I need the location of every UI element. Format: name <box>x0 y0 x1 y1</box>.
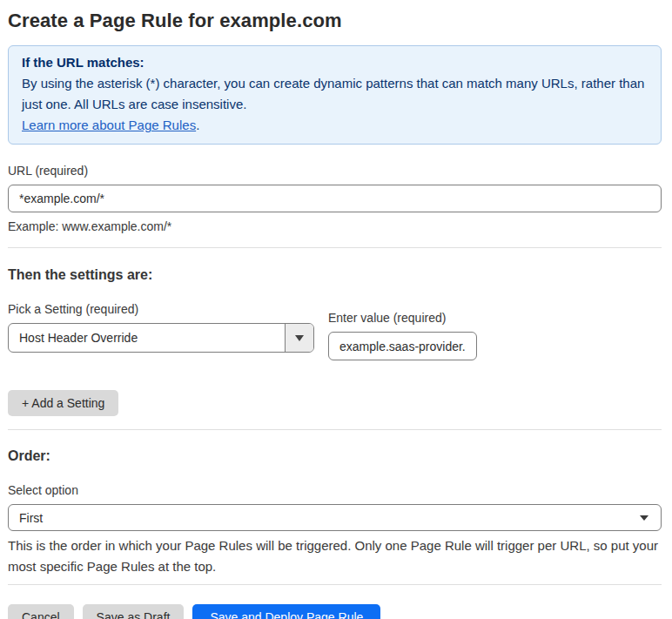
url-input[interactable] <box>8 185 662 212</box>
order-select-label: Select option <box>8 483 662 497</box>
setting-row: Pick a Setting (required) Host Header Ov… <box>8 302 662 360</box>
save-as-draft-button[interactable]: Save as Draft <box>83 604 185 619</box>
create-page-rule-form: Create a Page Rule for example.com If th… <box>0 0 672 619</box>
url-example-helper: Example: www.example.com/* <box>8 219 662 234</box>
info-box-heading: If the URL matches: <box>22 52 648 73</box>
add-setting-button[interactable]: + Add a Setting <box>8 390 118 416</box>
chevron-down-icon <box>640 515 648 521</box>
page-title: Create a Page Rule for example.com <box>8 9 662 33</box>
chevron-down-icon <box>295 335 304 341</box>
divider <box>8 584 662 585</box>
info-box-link-line: Learn more about Page Rules. <box>22 115 648 136</box>
setting-value-label: Enter value (required) <box>328 311 477 325</box>
url-field-section: URL (required) Example: www.example.com/… <box>8 164 662 234</box>
setting-picker-value: Host Header Override <box>9 331 285 345</box>
order-helper-text: This is the order in which your Page Rul… <box>8 535 662 577</box>
cancel-button[interactable]: Cancel <box>8 604 74 619</box>
order-select-value: First <box>19 511 43 525</box>
info-box-body: By using the asterisk (*) character, you… <box>22 73 648 115</box>
divider <box>8 429 662 430</box>
link-suffix: . <box>196 118 199 132</box>
url-field-label: URL (required) <box>8 164 662 178</box>
setting-value-input[interactable] <box>328 332 477 360</box>
url-matches-info-box: If the URL matches: By using the asteris… <box>8 45 662 145</box>
setting-picker-arrow-button[interactable] <box>285 324 313 352</box>
settings-section-heading: Then the settings are: <box>8 266 662 283</box>
save-and-deploy-button[interactable]: Save and Deploy Page Rule <box>192 604 380 619</box>
setting-picker-select[interactable]: Host Header Override <box>8 323 314 353</box>
setting-value-column: Enter value (required) <box>328 311 477 360</box>
order-select[interactable]: First <box>8 504 662 531</box>
setting-picker-label: Pick a Setting (required) <box>8 302 314 316</box>
form-actions: Cancel Save as Draft Save and Deploy Pag… <box>8 604 662 619</box>
divider <box>8 247 662 248</box>
setting-picker-column: Pick a Setting (required) Host Header Ov… <box>8 302 314 360</box>
order-section-heading: Order: <box>8 447 662 464</box>
learn-more-link[interactable]: Learn more about Page Rules <box>22 118 196 132</box>
